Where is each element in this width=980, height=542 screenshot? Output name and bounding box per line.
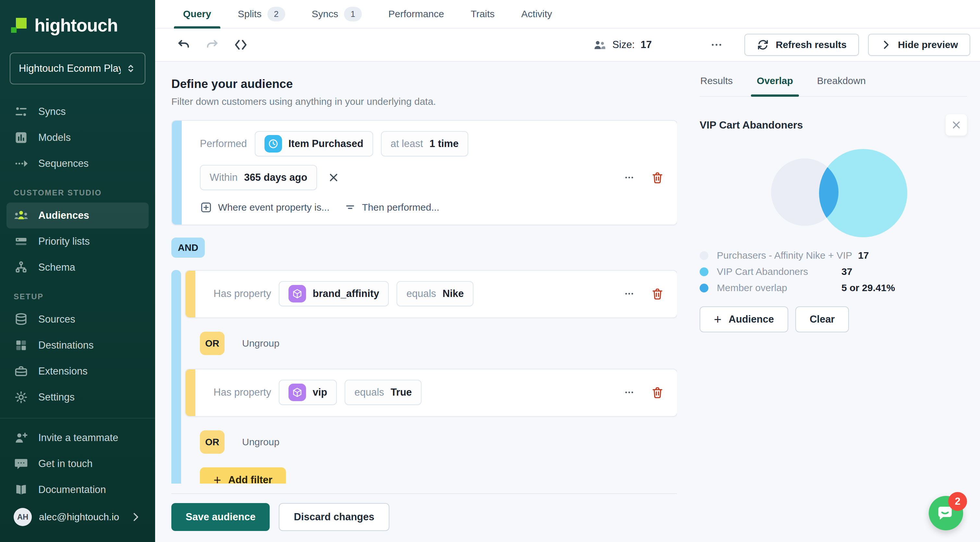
refresh-icon (757, 38, 769, 51)
event-window-row: Within 365 days ago (200, 165, 664, 190)
ungroup-button[interactable]: Ungroup (242, 437, 279, 448)
tab-splits[interactable]: Splits 2 (237, 0, 286, 28)
undo-button[interactable] (176, 37, 191, 53)
property-cube-icon (288, 384, 306, 401)
sidebar-item-sources[interactable]: Sources (6, 306, 149, 332)
account-email: alec@hightouch.io (39, 512, 119, 523)
sidebar-item-label: Sequences (38, 158, 89, 169)
legend-label: VIP Cart Abandoners (717, 266, 842, 277)
builder-scroll[interactable]: Define your audience Filter down custome… (171, 77, 677, 484)
tab-label: Performance (388, 8, 444, 19)
and-operator-badge[interactable]: AND (171, 238, 205, 258)
legend-dot (700, 284, 708, 292)
sidebar-item-label: Invite a teammate (38, 432, 118, 444)
sidebar-item-label: Settings (38, 391, 75, 403)
tab-results[interactable]: Results (700, 75, 733, 96)
gear-icon (14, 390, 29, 405)
sidebar-item-extensions[interactable]: Extensions (6, 358, 149, 384)
or-operator-badge[interactable]: OR (200, 430, 224, 454)
plus-icon: + (714, 313, 721, 326)
content-area: Define your audience Filter down custome… (155, 62, 980, 542)
property-more-button[interactable] (623, 386, 635, 399)
tab-performance[interactable]: Performance (387, 0, 445, 28)
tab-traits[interactable]: Traits (469, 0, 496, 28)
legend-dot (700, 268, 708, 276)
audience-tabbar: Query Splits 2 Syncs 1 Performance Trait… (155, 0, 980, 29)
discard-changes-button[interactable]: Discard changes (279, 503, 389, 531)
sidebar-item-schema[interactable]: Schema (6, 255, 149, 281)
sidebar-item-settings[interactable]: Settings (6, 384, 149, 410)
property-chip[interactable]: vip (279, 380, 337, 405)
query-toolbar: Size: 17 Refresh results Hide previ (155, 29, 980, 62)
clear-button[interactable]: Clear (795, 306, 849, 332)
property-group-bar (186, 271, 195, 317)
overlap-audience-title: VIP Cart Abandoners (700, 119, 803, 131)
sidebar-item-destinations[interactable]: Destinations (6, 332, 149, 358)
operator-chip[interactable]: equals True (345, 380, 422, 405)
workspace-selector[interactable]: Hightouch Ecomm Playg... (10, 53, 145, 84)
sequences-icon (14, 156, 29, 171)
event-chip[interactable]: Item Purchased (255, 131, 373, 156)
extensions-icon (14, 364, 29, 379)
event-filter-body: Performed Item Purchased at least 1 (182, 121, 677, 225)
close-icon[interactable] (946, 114, 967, 136)
chat-launcher-button[interactable]: 2 (929, 496, 963, 530)
or-operator-badge[interactable]: OR (200, 332, 224, 355)
tab-overlap[interactable]: Overlap (756, 75, 794, 96)
hide-preview-button[interactable]: Hide preview (868, 34, 970, 56)
syncs-icon (14, 104, 29, 119)
then-performed-link[interactable]: Then performed... (344, 202, 439, 213)
hightouch-logo[interactable]: hightouch (10, 15, 145, 36)
event-condition-row: Performed Item Purchased at least 1 (200, 131, 664, 156)
avatar: AH (14, 508, 32, 526)
code-view-button[interactable] (233, 37, 248, 53)
sidebar-item-models[interactable]: Models (6, 124, 149, 151)
property-chip[interactable]: brand_affinity (279, 281, 389, 306)
remove-window-button[interactable] (328, 171, 340, 184)
tab-breakdown[interactable]: Breakdown (816, 75, 866, 96)
redo-button[interactable] (204, 37, 220, 53)
plus-icon: + (213, 473, 221, 484)
add-event-property-link[interactable]: Where event property is... (200, 201, 329, 214)
ungroup-button[interactable]: Ungroup (242, 338, 279, 349)
sidebar-item-invite-teammate[interactable]: Invite a teammate (6, 425, 149, 451)
tab-syncs[interactable]: Syncs 1 (310, 0, 363, 28)
add-filter-label: Add filter (228, 474, 272, 484)
sidebar-item-priority-lists[interactable]: Priority lists (6, 228, 149, 255)
legend-row: Purchasers - Affinity Nike + VIP 17 (700, 250, 967, 261)
sidebar-item-audiences[interactable]: Audiences (6, 202, 149, 228)
or-row: OR Ungroup (200, 430, 677, 454)
chat-unread-badge: 2 (948, 492, 967, 511)
tab-label: Activity (521, 8, 552, 19)
event-more-button[interactable] (623, 171, 635, 184)
event-delete-button[interactable] (651, 171, 664, 184)
sidebar-item-sequences[interactable]: Sequences (6, 151, 149, 177)
property-delete-button[interactable] (651, 386, 664, 399)
add-filter-button[interactable]: + Add filter (200, 467, 286, 484)
tab-query[interactable]: Query (182, 0, 213, 28)
tab-activity[interactable]: Activity (520, 0, 553, 28)
time-window-chip[interactable]: Within 365 days ago (200, 165, 317, 190)
account-menu[interactable]: AH alec@hightouch.io (10, 503, 145, 531)
preview-tabs: Results Overlap Breakdown (700, 62, 967, 97)
property-row-actions (623, 287, 664, 300)
property-delete-button[interactable] (651, 287, 664, 300)
sidebar-item-documentation[interactable]: Documentation (6, 477, 149, 503)
event-links-row: Where event property is... Then performe… (200, 201, 664, 214)
tab-badge: 1 (344, 7, 361, 21)
property-more-button[interactable] (623, 287, 635, 300)
sidebar-item-syncs[interactable]: Syncs (6, 99, 149, 124)
sidebar-item-get-in-touch[interactable]: Get in touch (6, 451, 149, 477)
property-name: vip (312, 387, 327, 398)
add-audience-button[interactable]: + Audience (700, 306, 788, 332)
refresh-results-button[interactable]: Refresh results (745, 34, 859, 56)
audience-builder: Define your audience Filter down custome… (155, 62, 685, 542)
refresh-results-label: Refresh results (776, 39, 846, 50)
save-audience-button[interactable]: Save audience (171, 503, 270, 531)
event-count-chip[interactable]: at least 1 time (381, 131, 469, 156)
toolbar-more-button[interactable] (710, 38, 723, 51)
window-value: 365 days ago (244, 172, 307, 183)
section-customer-studio: CUSTOMER STUDIO (14, 188, 142, 197)
property-condition-row: Has property brand_affinity (213, 281, 664, 306)
operator-chip[interactable]: equals Nike (396, 281, 473, 306)
